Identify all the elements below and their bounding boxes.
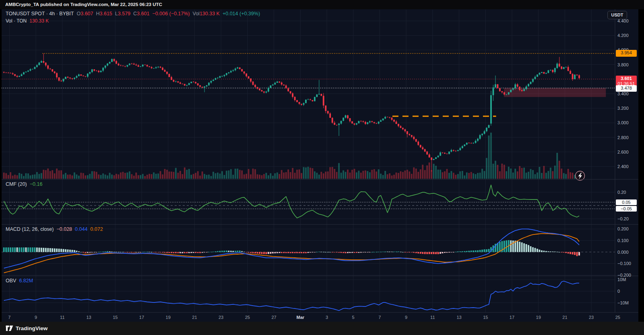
macd-axis-tick: 0.200 — [617, 226, 629, 232]
price-axis-tick: 3.400 — [617, 91, 629, 97]
ohlc-high: H3.615 — [96, 11, 112, 16]
time-axis-label: 5 — [352, 315, 355, 320]
obv-value: 6.82M — [19, 278, 33, 284]
time-axis-label: 11 — [60, 315, 64, 320]
swing-high-price-label: 3.954 — [616, 50, 637, 57]
price-change: −0.006 (−0.17%) — [152, 11, 190, 16]
price-axis-tick: 3.800 — [617, 62, 629, 68]
volume-indicator-legend: Vol · TON 130.33 K — [6, 18, 49, 24]
price-axis-tick: 2.400 — [617, 164, 629, 169]
time-axis-label: 9 — [405, 315, 407, 320]
quick-trade-lightning-button[interactable] — [576, 171, 585, 181]
price-axis-tick: 2.600 — [617, 149, 629, 155]
volume-legend: Vol130.33 K — [192, 11, 219, 16]
price-axis-tick: 3.200 — [617, 105, 629, 111]
symbol-title[interactable]: TONUSDT SPOT · 4h · BYBIT — [6, 11, 74, 16]
time-axis-label: 15 — [113, 315, 118, 320]
obv-axis-tick: 0 — [617, 288, 620, 294]
volume-change: +0.014 (+0.39%) — [223, 11, 260, 16]
time-axis-label: 15 — [483, 315, 488, 320]
macd-line-value: 0.044 — [75, 226, 87, 232]
time-axis-label: 21 — [192, 315, 197, 320]
time-axis-label: 13 — [86, 315, 91, 320]
obv-title[interactable]: OBV — [6, 278, 16, 284]
symbol-legend: TONUSDT SPOT · 4h · BYBIT O3.607 H3.615 … — [6, 11, 260, 16]
price-axis-tick: 4.400 — [617, 18, 629, 24]
time-axis-label: 23 — [219, 315, 223, 320]
tradingview-logo[interactable]: TradingView — [6, 325, 47, 331]
time-axis-label: Mar — [296, 315, 304, 320]
tradingview-logo-text: TradingView — [16, 325, 47, 331]
time-axis-label: 17 — [510, 315, 514, 320]
volume-indicator-value: 130.33 K — [29, 18, 49, 24]
obv-axis-tick: 10M — [617, 277, 626, 282]
support-price-label: 3.478 — [616, 85, 637, 92]
macd-hist-value: −0.028 — [56, 226, 72, 232]
volume-indicator-title[interactable]: Vol · TON — [6, 18, 27, 24]
cmf-level-label: 0.05 — [616, 199, 637, 205]
time-axis-label: 13 — [456, 315, 461, 320]
tradingview-logo-icon — [6, 325, 13, 331]
cmf-axis-tick: 0.20 — [617, 189, 626, 195]
time-axis-label: 21 — [562, 315, 567, 320]
time-axis-label: 7 — [8, 315, 10, 320]
cmf-level-label: −0.05 — [616, 206, 637, 212]
obv-axis-tick: −10M — [617, 300, 629, 306]
time-axis-label: 25 — [245, 315, 250, 320]
macd-legend: MACD (12, 26, close) −0.028 0.044 0.072 — [6, 226, 103, 232]
price-axis-tick: 2.800 — [617, 135, 629, 140]
time-axis-label: 3 — [326, 315, 328, 320]
ohlc-close: C3.601 — [133, 11, 149, 16]
macd-signal-value: 0.072 — [90, 226, 103, 232]
macd-axis-tick: 0.000 — [617, 249, 629, 255]
time-axis-label: 27 — [271, 315, 276, 320]
cmf-value: −0.16 — [30, 181, 43, 187]
time-axis-label: 19 — [166, 315, 171, 320]
obv-legend: OBV 6.82M — [6, 278, 33, 284]
last-price-value: 3.601 — [616, 76, 637, 81]
time-axis-label: 7 — [378, 315, 381, 320]
chart-canvas[interactable] — [0, 0, 644, 322]
time-axis-label: 17 — [139, 315, 144, 320]
time-axis-label: 19 — [536, 315, 541, 320]
price-axis-tick: 3.000 — [617, 120, 629, 125]
ohlc-low: L3.579 — [115, 11, 130, 16]
time-axis-label: 23 — [589, 315, 594, 320]
footer-bar: TradingView — [0, 322, 644, 335]
time-axis-label: 25 — [615, 315, 620, 320]
cmf-axis-tick: −0.20 — [617, 216, 629, 222]
macd-axis-tick: −0.100 — [617, 261, 631, 266]
macd-title[interactable]: MACD (12, 26, close) — [6, 226, 54, 232]
ohlc-open: O3.607 — [76, 11, 93, 16]
macd-axis-tick: 0.100 — [617, 238, 629, 243]
time-axis-label: 9 — [35, 315, 37, 320]
cmf-legend: CMF (20) −0.16 — [6, 181, 42, 187]
time-axis-label: 11 — [430, 315, 435, 320]
price-axis-tick: 4.200 — [617, 33, 629, 38]
cmf-title[interactable]: CMF (20) — [6, 181, 27, 187]
